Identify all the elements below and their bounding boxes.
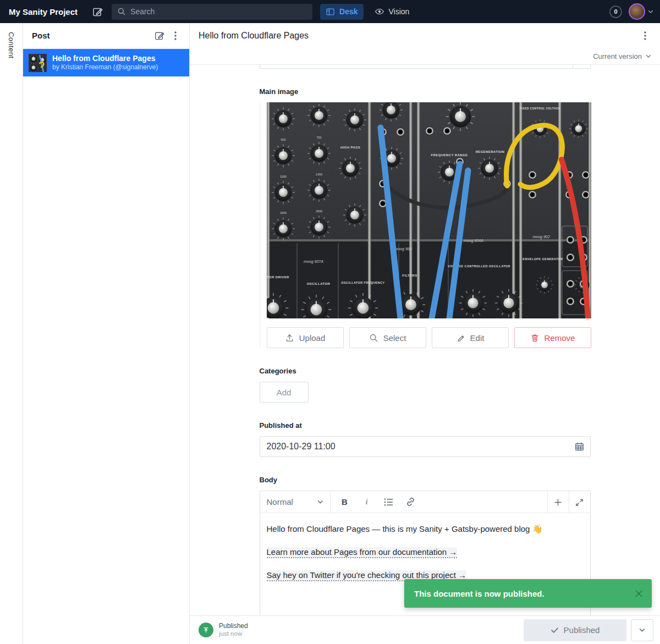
bullet-list-icon (383, 497, 394, 507)
post-item-title: Hello from Cloudflare Pages (52, 54, 158, 63)
paragraph-style-select[interactable]: Normal (260, 491, 331, 513)
editor-action-buttons (547, 491, 590, 513)
document-pane: Hello from Cloudflare Pages Current vers… (190, 23, 660, 644)
svg-text:FREQUENCY RANGE: FREQUENCY RANGE (431, 153, 468, 157)
add-category-button[interactable]: Add (260, 382, 309, 403)
post-list-item[interactable]: Hello from Cloudflare Pages by Kristian … (23, 49, 189, 76)
image-button-row: Upload Select (267, 327, 591, 348)
user-avatar[interactable] (629, 3, 645, 20)
published-at-input[interactable] (260, 436, 591, 457)
svg-text:2600: 2600 (315, 210, 322, 213)
main-image-preview[interactable]: HIGH PASS FREQUENCY RANGE REGENERATION F… (267, 102, 591, 318)
svg-text:OSCILLATOR FREQUENCY: OSCILLATOR FREQUENCY (341, 281, 384, 284)
search-icon (369, 333, 378, 343)
main-image-label: Main image (260, 87, 591, 96)
fullscreen-button[interactable] (569, 491, 590, 513)
version-label: Current version (593, 52, 642, 60)
svg-text:2000: 2000 (279, 211, 286, 214)
svg-text:500: 500 (280, 138, 285, 141)
synthesizer-photo: HIGH PASS FREQUENCY RANGE REGENERATION F… (267, 102, 591, 318)
content-rail-label[interactable]: Content (7, 32, 15, 644)
svg-text:moog 995: moog 995 (394, 247, 411, 251)
svg-text:moog 904A: moog 904A (464, 239, 483, 243)
kebab-menu-icon (644, 31, 646, 40)
link-button[interactable] (400, 491, 422, 513)
remove-button[interactable]: Remove (514, 327, 591, 348)
desk-icon (326, 7, 335, 16)
compose-icon (92, 6, 103, 17)
edit-button[interactable]: Edit (432, 327, 509, 348)
format-buttons: B i (331, 491, 547, 513)
publish-status: Published (219, 622, 248, 630)
bullet-list-button[interactable] (378, 491, 400, 513)
trash-icon (530, 333, 540, 343)
workspace: Content Post (0, 23, 660, 644)
svg-text:FILTERS: FILTERS (402, 274, 417, 277)
calendar-icon[interactable] (574, 442, 585, 452)
plus-icon (553, 498, 563, 507)
tab-desk[interactable]: Desk (320, 4, 363, 20)
select-button[interactable]: Select (349, 327, 426, 348)
tab-desk-label: Desk (339, 7, 358, 16)
close-icon (635, 590, 643, 598)
upload-button[interactable]: Upload (267, 327, 344, 348)
chevron-down-icon (317, 500, 323, 504)
body-link-documentation[interactable]: Learn more about Pages from our document… (267, 547, 458, 558)
document-scroll-area[interactable]: Main image (190, 65, 660, 615)
publish-button[interactable]: Published (524, 619, 626, 641)
compose-button[interactable] (92, 6, 103, 17)
search-bar[interactable] (112, 4, 312, 20)
svg-text:1400: 1400 (315, 173, 322, 176)
eye-icon (375, 7, 384, 16)
pane-menu-button[interactable] (167, 27, 184, 44)
svg-text:HIGH PASS: HIGH PASS (340, 146, 360, 149)
check-icon (551, 626, 559, 634)
user-menu-chevron-icon[interactable] (648, 10, 653, 14)
select-label: Select (383, 333, 406, 343)
field-categories: Categories Add (260, 367, 591, 403)
field-main-image: Main image (260, 87, 591, 348)
document-header: Hello from Cloudflare Pages (190, 23, 660, 48)
content-rail: Content (0, 23, 23, 644)
edit-label: Edit (470, 333, 485, 343)
categories-label: Categories (260, 367, 591, 375)
body-paragraph: Hello from Cloudflare Pages — this is my… (267, 523, 584, 535)
upload-label: Upload (299, 333, 326, 343)
error-count-badge[interactable]: 0 (609, 5, 622, 18)
body-label: Body (260, 476, 591, 484)
pencil-icon (456, 333, 465, 343)
toast-message: This document is now published. (414, 589, 635, 598)
link-icon (405, 497, 416, 507)
toast-close-button[interactable] (635, 590, 643, 598)
italic-button[interactable]: i (356, 491, 378, 513)
pane-title: Post (32, 31, 151, 40)
published-at-label: Published at (260, 421, 591, 430)
publish-button-label: Published (564, 625, 600, 635)
document-title: Hello from Cloudflare Pages (199, 31, 637, 41)
version-selector[interactable]: Current version (190, 48, 660, 65)
insert-block-button[interactable] (547, 491, 569, 513)
publish-toast: This document is now published. (404, 579, 652, 608)
publish-status-icon (199, 623, 213, 637)
svg-text:FIXED CONTROL VOLTAGE: FIXED CONTROL VOLTAGE (520, 107, 560, 110)
svg-text:ENVELOPE GENERATOR: ENVELOPE GENERATOR (522, 257, 563, 261)
editor-toolbar: Normal B i (260, 491, 590, 513)
search-icon (117, 7, 126, 16)
svg-text:OSCILLATOR: OSCILLATOR (306, 282, 330, 285)
publish-menu-button[interactable] (631, 619, 653, 641)
search-input[interactable] (130, 7, 307, 16)
new-post-button[interactable] (151, 27, 167, 44)
post-thumbnail (29, 54, 47, 72)
document-menu-button[interactable] (637, 27, 653, 44)
style-select-value: Normal (267, 497, 293, 507)
tab-vision[interactable]: Vision (369, 4, 415, 20)
svg-text:1000: 1000 (279, 175, 286, 178)
clipped-title-input[interactable] (260, 65, 591, 69)
chevron-down-icon (639, 628, 645, 632)
svg-text:OSCILLATOR DRIVER: OSCILLATOR DRIVER (267, 276, 289, 279)
field-published-at: Published at (260, 421, 591, 457)
expand-icon (575, 498, 584, 507)
bold-button[interactable]: B (334, 491, 356, 513)
project-title: My Sanity Project (9, 7, 78, 16)
upload-icon (285, 333, 294, 343)
